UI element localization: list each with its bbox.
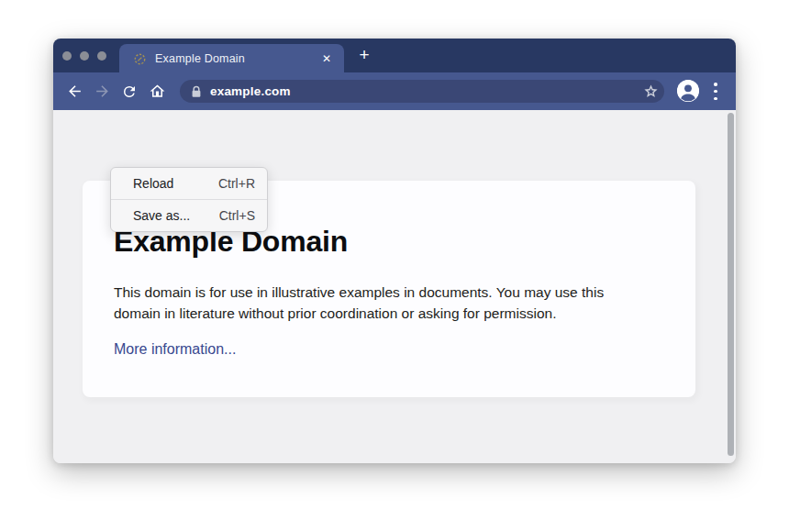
back-button[interactable] — [62, 80, 86, 104]
page-body-text: This domain is for use in illustrative e… — [114, 282, 650, 324]
browser-tab[interactable]: Example Domain ✕ — [119, 44, 344, 72]
favicon-dashed-globe-icon — [134, 52, 146, 64]
browser-menu-button[interactable] — [713, 83, 718, 100]
address-bar[interactable]: example.com — [180, 80, 664, 103]
bookmark-star-icon[interactable] — [643, 83, 659, 99]
vertical-dots-icon — [714, 83, 717, 86]
tab-title: Example Domain — [155, 52, 344, 65]
padlock-icon — [191, 85, 202, 98]
menu-item-label: Save as... — [133, 208, 190, 223]
vertical-dots-icon — [714, 97, 717, 101]
window-minimize-button[interactable] — [80, 51, 89, 61]
vertical-dots-icon — [714, 90, 717, 94]
forward-button[interactable] — [90, 80, 114, 104]
arrow-right-icon — [94, 83, 111, 100]
navigation-toolbar: example.com — [53, 72, 736, 110]
browser-window: Example Domain ✕ + — [53, 39, 736, 463]
page-viewport: Example Domain This domain is for use in… — [53, 110, 736, 463]
menu-item-shortcut: Ctrl+S — [219, 208, 255, 223]
person-icon — [677, 80, 699, 102]
context-menu: Reload Ctrl+R Save as... Ctrl+S — [110, 167, 268, 232]
reload-button[interactable] — [117, 80, 141, 104]
arrow-left-icon — [66, 83, 83, 100]
home-icon — [149, 83, 166, 100]
context-menu-item-reload[interactable]: Reload Ctrl+R — [111, 168, 267, 199]
tab-close-icon[interactable]: ✕ — [319, 44, 334, 72]
more-information-link[interactable]: More information... — [114, 341, 236, 357]
window-close-button[interactable] — [62, 51, 72, 61]
new-tab-button[interactable]: + — [356, 47, 372, 63]
vertical-scrollbar[interactable] — [728, 113, 734, 456]
profile-avatar-button[interactable] — [677, 80, 699, 102]
title-bar: Example Domain ✕ + — [53, 39, 736, 72]
traffic-lights — [62, 39, 106, 72]
window-zoom-button[interactable] — [97, 51, 106, 61]
reload-icon — [121, 83, 138, 100]
address-url-text[interactable]: example.com — [210, 84, 291, 98]
menu-item-label: Reload — [133, 176, 173, 191]
screenshot-stage: Example Domain ✕ + — [0, 0, 789, 532]
home-button[interactable] — [145, 80, 169, 104]
context-menu-item-save-as[interactable]: Save as... Ctrl+S — [111, 200, 267, 231]
menu-item-shortcut: Ctrl+R — [218, 176, 255, 191]
